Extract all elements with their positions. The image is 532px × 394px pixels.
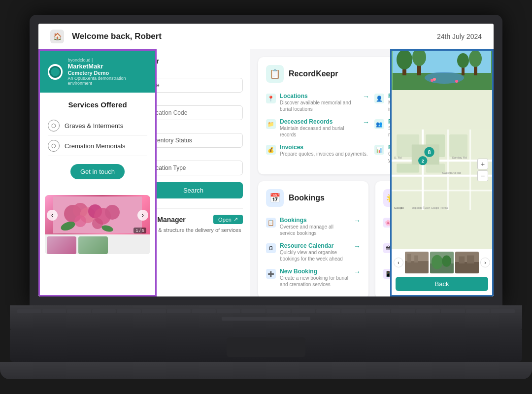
thumbnail-1[interactable] — [47, 236, 76, 254]
svg-point-54 — [432, 255, 443, 269]
top-bar-left: 🏠 Welcome back, Robert — [50, 30, 162, 43]
right-thumbs — [405, 251, 479, 274]
svg-text:Map data ©2024 Google | Terms: Map data ©2024 Google | Terms — [412, 206, 448, 209]
bookings-item-arrow[interactable]: → — [354, 217, 361, 225]
new-booking-name[interactable]: New Booking — [280, 268, 350, 275]
get-in-touch-button[interactable]: Get in touch — [70, 164, 125, 179]
home-icon[interactable]: 🏠 — [50, 30, 64, 43]
svg-point-25 — [455, 80, 458, 83]
svg-rect-50 — [407, 254, 411, 263]
right-carousel-next[interactable]: › — [480, 258, 490, 267]
carousel-prev-button[interactable]: ‹ — [47, 210, 58, 221]
invoices-name[interactable]: Invoices — [280, 144, 369, 151]
invoices-icon: 💰 — [266, 145, 276, 155]
calendar-icon: 🗓 — [266, 243, 276, 253]
map-zoom-controls: + − — [477, 159, 488, 181]
reports-icon: 📊 — [374, 145, 384, 155]
invoices-desc: Prepare quotes, invoices and payments. — [280, 151, 369, 157]
task-open-button[interactable]: Open ↗ — [213, 215, 243, 224]
date-text: 24th July 2024 — [437, 33, 482, 40]
bookings-item[interactable]: 📋 Bookings Oversee and manage all servic… — [266, 214, 361, 239]
key — [92, 309, 116, 313]
key — [466, 309, 490, 313]
recordkeepr-left-col: 📍 Locations Discover available memorial … — [266, 90, 369, 166]
byondcloud-label: byondcloud | — [67, 58, 147, 63]
invoices-item[interactable]: 💰 Invoices Prepare quotes, invoices and … — [266, 141, 369, 160]
resource-calendar-item[interactable]: 🗓 Resource Calendar Quickly view and org… — [266, 239, 361, 265]
deceased-desc: Maintain deceased and burial records — [280, 125, 359, 138]
new-booking-desc: Create a new booking for burial and crem… — [280, 275, 350, 288]
cremation-label: Cremation Memorials — [65, 142, 126, 150]
key — [67, 309, 91, 313]
thumbnail-2[interactable] — [78, 236, 108, 254]
new-booking-arrow[interactable]: → — [354, 268, 361, 276]
task-manager-section: ask Manager Open ↗ mline & structure the… — [144, 208, 243, 233]
map-area: 8 2 S. Rd Sunday Rd Sweetland Rd Google … — [392, 90, 492, 249]
locations-name[interactable]: Locations — [280, 93, 359, 99]
svg-rect-35 — [449, 134, 467, 157]
deceased-content: Deceased Records Maintain deceased and b… — [280, 118, 359, 138]
new-booking-item[interactable]: ➕ New Booking Create a new booking for b… — [266, 265, 361, 291]
main-window: 🏠 Welcome back, Robert 24th July 2024 — [38, 24, 494, 296]
deceased-arrow[interactable]: → — [363, 118, 369, 126]
status-select[interactable]: Inventory Status — [144, 133, 243, 148]
right-carousel-prev[interactable]: ‹ — [394, 258, 403, 267]
key — [441, 309, 465, 313]
locations-item[interactable]: 📍 Locations Discover available memorial … — [266, 90, 369, 115]
right-thumbnails-row: ‹ — [392, 249, 492, 275]
brand-header: byondcloud | MarketMakr Cemetery Demo An… — [40, 51, 155, 93]
locations-arrow[interactable]: → — [363, 93, 369, 100]
status-select-wrapper: Inventory Status — [144, 133, 243, 148]
back-button[interactable]: Back — [396, 277, 488, 291]
calendar-arrow[interactable]: → — [354, 242, 361, 250]
svg-point-7 — [74, 215, 86, 227]
svg-rect-29 — [392, 190, 492, 191]
carousel-next-button[interactable]: › — [137, 210, 148, 221]
status-label: tatus: — [144, 125, 243, 131]
brand-logo — [48, 64, 63, 80]
bookings-title: Bookings — [289, 194, 325, 202]
right-thumb-3[interactable] — [455, 251, 479, 274]
site-select[interactable]: Site — [144, 78, 243, 93]
key — [117, 309, 141, 313]
bookings-item-content: Bookings Oversee and manage all service … — [280, 217, 350, 236]
search-button[interactable]: Search — [144, 182, 243, 198]
right-thumb-1[interactable] — [405, 251, 429, 274]
bookings-item-desc: Oversee and manage all service bookings — [280, 224, 350, 236]
right-panel: 8 2 S. Rd Sunday Rd Sweetland Rd Google … — [390, 49, 494, 296]
key — [341, 309, 366, 313]
svg-rect-59 — [467, 256, 474, 263]
location-code-input[interactable] — [144, 105, 243, 120]
services-section: Services Offered ⬡ Graves & Interments ⬡… — [40, 93, 155, 195]
service-item-cremation[interactable]: ⬡ Cremation Memorials — [48, 136, 147, 156]
spacebar-row — [10, 317, 522, 321]
key — [366, 309, 390, 313]
svg-point-55 — [442, 256, 451, 267]
deceased-name[interactable]: Deceased Records — [280, 118, 359, 125]
svg-point-19 — [457, 53, 469, 68]
top-bar: 🏠 Welcome back, Robert 24th July 2024 — [38, 24, 494, 49]
zoom-in-button[interactable]: + — [477, 159, 488, 169]
services-title: Services Offered — [48, 100, 147, 109]
svg-rect-58 — [459, 257, 465, 263]
calendar-name[interactable]: Resource Calendar — [280, 242, 350, 249]
bookings-icon: 📅 — [266, 189, 284, 207]
recordkeepr-icon: 📋 — [266, 65, 284, 83]
bookings-item-name[interactable]: Bookings — [280, 217, 350, 224]
deceased-records-item[interactable]: 📁 Deceased Records Maintain deceased and… — [266, 115, 369, 141]
service-item-graves[interactable]: ⬡ Graves & Interments — [48, 116, 147, 136]
svg-rect-32 — [469, 130, 471, 210]
left-panel: byondcloud | MarketMakr Cemetery Demo An… — [38, 49, 157, 296]
key — [142, 309, 166, 313]
brand-logo-inner — [49, 66, 61, 78]
invoices-content: Invoices Prepare quotes, invoices and pa… — [280, 144, 369, 157]
type-select[interactable]: Location Type — [144, 161, 243, 175]
zoom-out-button[interactable]: − — [477, 170, 488, 181]
svg-point-21 — [469, 51, 482, 67]
right-thumb-2[interactable] — [430, 251, 454, 274]
locations-icon: 📍 — [266, 94, 276, 103]
laptop-base — [10, 305, 522, 330]
type-select-wrapper: Location Type — [144, 161, 243, 175]
svg-point-22 — [425, 72, 464, 84]
cremation-icon: ⬡ — [48, 140, 60, 152]
